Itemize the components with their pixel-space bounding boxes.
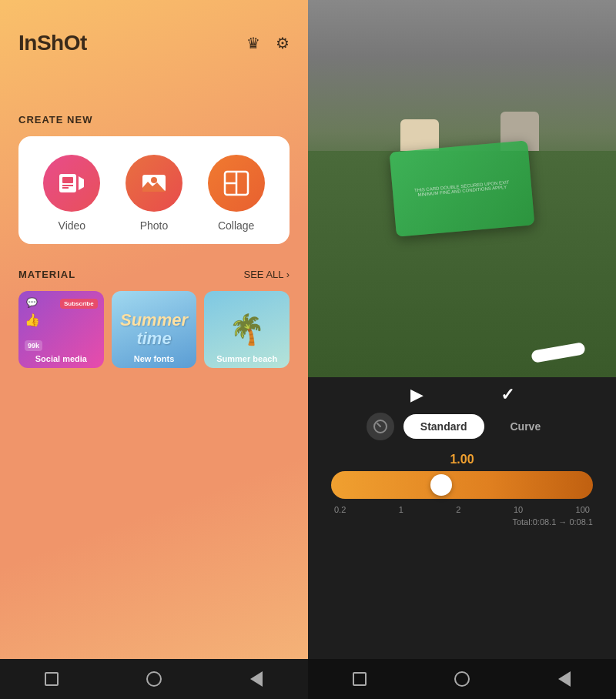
fonts-label: New fonts [112, 354, 197, 363]
photo-icon-circle [126, 155, 182, 212]
photo-label: Photo [140, 219, 169, 232]
svg-marker-1 [79, 176, 84, 190]
nav-back-left[interactable] [248, 671, 265, 687]
nav-circle-right[interactable] [454, 671, 470, 687]
speed-slider-container [331, 471, 593, 499]
standard-tab[interactable]: Standard [403, 414, 484, 439]
material-items: Subscribe 99k 👍 💬 Social media Summer ti… [18, 291, 290, 368]
material-header: MATERIAL SEE ALL › [18, 269, 290, 280]
bottom-panel: ▶ ✓ Standard Curve 1.00 0.2 1 2 10 10 [308, 377, 616, 699]
speed-slider-thumb[interactable] [430, 474, 452, 496]
new-fonts-card[interactable]: Summer time New fonts [112, 291, 197, 368]
video-icon-circle [43, 155, 100, 212]
create-photo-button[interactable]: Photo [126, 155, 182, 232]
gear-icon[interactable]: ⚙ [276, 34, 290, 52]
create-new-card: Video Photo [18, 136, 290, 244]
svg-rect-2 [62, 177, 73, 183]
left-panel: InShOt ♛ ⚙ CREATE NEW Video [0, 0, 308, 699]
create-new-section: CREATE NEW Video [0, 68, 308, 253]
bottom-nav-left [0, 659, 308, 699]
social-media-card[interactable]: Subscribe 99k 👍 💬 Social media [18, 291, 104, 368]
material-section: MATERIAL SEE ALL › Subscribe 99k 👍 💬 Soc… [0, 253, 308, 377]
video-icon [58, 169, 85, 197]
speed-indicator-icon[interactable] [367, 413, 394, 440]
app-logo: InShOt [18, 31, 87, 55]
card-text: THIS CARD DOUBLE SECURED UPON EXITMINIMU… [411, 176, 514, 200]
curve-tab[interactable]: Curve [494, 414, 558, 439]
label-0-2: 0.2 [334, 505, 346, 514]
speed-slider-track[interactable] [331, 471, 593, 499]
summer-beach-card[interactable]: 🌴 Summer beach [204, 291, 290, 368]
nav-back-right[interactable] [556, 671, 573, 687]
header-icons: ♛ ⚙ [246, 34, 290, 52]
nav-square-left[interactable] [43, 671, 60, 687]
label-2: 2 [456, 505, 460, 514]
collage-icon [223, 169, 250, 197]
crown-icon[interactable]: ♛ [246, 34, 260, 52]
triangle-icon-right [558, 671, 571, 687]
app-header: InShOt ♛ ⚙ [0, 0, 308, 68]
speed-value: 1.00 [450, 453, 474, 467]
circle-icon-right [454, 671, 470, 687]
create-collage-button[interactable]: Collage [208, 155, 265, 232]
99k-badge: 99k [25, 340, 42, 351]
right-panel: THIS CARD DOUBLE SECURED UPON EXITMINIMU… [308, 0, 616, 699]
collage-icon-circle [208, 155, 265, 212]
speedometer-icon [373, 420, 387, 433]
svg-line-12 [377, 423, 380, 426]
video-preview: THIS CARD DOUBLE SECURED UPON EXITMINIMU… [308, 0, 616, 377]
label-100: 100 [576, 505, 590, 514]
subscribe-badge: Subscribe [60, 299, 98, 309]
square-icon [45, 672, 59, 686]
create-new-label: CREATE NEW [18, 114, 290, 125]
create-video-button[interactable]: Video [43, 155, 100, 232]
like-icon: 👍 [25, 313, 40, 327]
speed-mode-row: Standard Curve [367, 413, 557, 440]
label-10: 10 [514, 505, 523, 514]
play-button[interactable]: ▶ [410, 385, 424, 405]
nav-square-right[interactable] [351, 671, 368, 687]
svg-point-6 [151, 177, 157, 183]
circle-icon [146, 671, 162, 687]
label-1: 1 [399, 505, 403, 514]
video-label: Video [59, 219, 86, 232]
material-label: MATERIAL [18, 269, 75, 280]
chat-icon: 💬 [26, 297, 38, 308]
total-info: Total:0:08.1 → 0:08.1 [331, 517, 593, 527]
confirm-button[interactable]: ✓ [500, 385, 514, 405]
collage-label: Collage [218, 219, 254, 232]
triangle-icon [250, 671, 263, 687]
see-all-button[interactable]: SEE ALL › [243, 269, 290, 280]
nav-circle-left[interactable] [146, 671, 162, 687]
social-label: Social media [18, 354, 104, 363]
square-icon-right [353, 672, 367, 686]
summer-text: Summer time [120, 311, 188, 348]
slider-labels: 0.2 1 2 10 100 [331, 505, 593, 514]
green-card: THIS CARD DOUBLE SECURED UPON EXITMINIMU… [390, 140, 535, 236]
photo-icon [140, 169, 168, 197]
beach-label: Summer beach [204, 354, 290, 363]
bottom-nav-right [308, 659, 616, 699]
video-background: THIS CARD DOUBLE SECURED UPON EXITMINIMU… [308, 0, 616, 377]
playback-row: ▶ ✓ [308, 385, 616, 405]
